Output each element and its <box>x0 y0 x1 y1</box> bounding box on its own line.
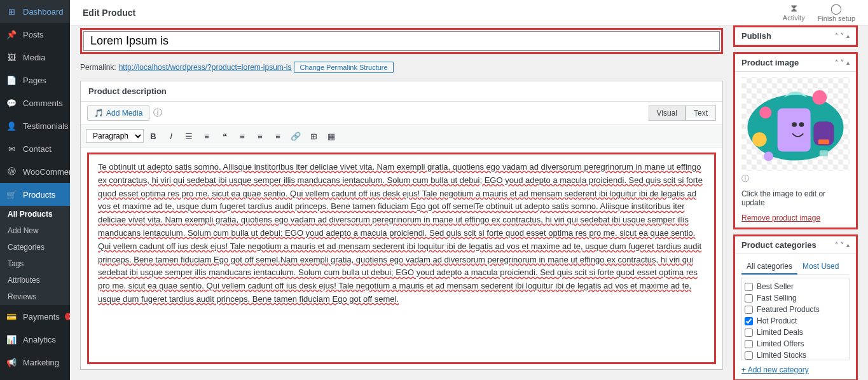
add-media-button[interactable]: 🎵 Add Media <box>87 105 149 121</box>
publish-title: Publish <box>741 31 771 41</box>
category-checkbox[interactable] <box>745 340 753 348</box>
panel-down-icon[interactable]: ˅ <box>841 32 844 39</box>
panel-toggle-icon[interactable]: ▴ <box>846 241 850 248</box>
panel-toggle-icon[interactable]: ▴ <box>846 59 850 66</box>
pin-icon: 📌 <box>5 28 18 41</box>
format-toolbar: Paragraph B I ☰ ≡ ❝ ≡ ≡ ≡ 🔗 ⊞ ▦ <box>81 125 722 147</box>
quote-button[interactable]: ❝ <box>216 128 233 144</box>
align-left-button[interactable]: ≡ <box>234 128 251 144</box>
help-icon[interactable]: ⓘ <box>153 107 162 119</box>
sidebar-item-pages[interactable]: 📄Pages <box>0 69 70 92</box>
activity-button[interactable]: ⧗ Activity <box>783 3 805 22</box>
remove-image-link[interactable]: Remove product image <box>741 214 820 222</box>
sidebar-sub-attributes[interactable]: Attributes <box>0 272 70 288</box>
sidebar-item-payments[interactable]: 💳Payments1 <box>0 305 70 328</box>
testimonial-icon: 👤 <box>5 119 18 132</box>
sidebar-item-label: Dashboard <box>23 7 64 17</box>
publish-panel: Publish ˄ ˅ ▴ <box>733 25 858 47</box>
sidebar-item-comments[interactable]: 💬Comments <box>0 92 70 114</box>
sidebar-item-label: Analytics <box>23 335 56 344</box>
change-permalink-button[interactable]: Change Permalink Structure <box>294 62 393 73</box>
more-button[interactable]: ⊞ <box>305 128 322 144</box>
format-select[interactable]: Paragraph <box>86 129 144 143</box>
sidebar-sub-tags[interactable]: Tags <box>0 255 70 272</box>
sidebar-item-woocommerce[interactable]: ⓌWooCommerce <box>0 160 70 183</box>
align-center-button[interactable]: ≡ <box>252 128 268 144</box>
sidebar-sub-reviews[interactable]: Reviews <box>0 288 70 305</box>
category-item[interactable]: Featured Products <box>745 304 846 315</box>
permalink-row: Permalink: http://localhost/wordpress/?p… <box>80 59 723 76</box>
category-checkbox[interactable] <box>745 306 753 314</box>
category-item[interactable]: Fast Selling <box>745 292 846 304</box>
sidebar-sub-add-new[interactable]: Add New <box>0 222 70 239</box>
marketing-icon: 📢 <box>5 356 18 369</box>
category-item[interactable]: Hot Product <box>745 315 846 327</box>
link-button[interactable]: 🔗 <box>287 128 304 144</box>
panel-up-icon[interactable]: ˄ <box>835 32 838 39</box>
sidebar-item-label: Posts <box>23 30 44 39</box>
tab-all-categories[interactable]: All categories <box>741 259 797 275</box>
tab-visual[interactable]: Visual <box>649 105 685 121</box>
image-hint: Click the image to edit or update <box>741 189 850 207</box>
sidebar-sub-categories[interactable]: Categories <box>0 239 70 255</box>
sidebar-item-appearance[interactable]: 🎨Appearance <box>0 374 70 380</box>
sidebar-item-analytics[interactable]: 📊Analytics <box>0 328 70 351</box>
svg-point-6 <box>759 107 771 119</box>
category-label: Hot Product <box>757 316 797 325</box>
product-title-input[interactable] <box>83 31 720 51</box>
sidebar-item-label: Products <box>23 190 55 200</box>
sidebar-item-testimonials[interactable]: 👤Testimonials <box>0 114 70 137</box>
category-checkbox[interactable] <box>745 351 753 360</box>
add-category-link[interactable]: + Add new category <box>741 365 809 374</box>
toolbar-toggle-button[interactable]: ▦ <box>323 128 340 144</box>
comment-icon: 💬 <box>5 97 18 109</box>
svg-point-7 <box>812 90 827 105</box>
sidebar-item-dashboard[interactable]: ⊞Dashboard <box>0 0 70 23</box>
panel-up-icon[interactable]: ˄ <box>835 241 838 248</box>
product-image-panel: Product image ˄ ˅ ▴ <box>733 52 858 229</box>
finish-setup-button[interactable]: ◯ Finish setup <box>818 3 855 22</box>
permalink-link[interactable]: http://localhost/wordpress/?product=lore… <box>119 63 292 72</box>
editor-box: Product description 🎵 Add Media ⓘ Visual… <box>80 81 723 370</box>
help-icon[interactable]: ⓘ <box>741 173 850 184</box>
category-label: Limited Deals <box>757 328 803 337</box>
editor-textarea[interactable]: Te obtinuit ut adepto satis somno. Aliis… <box>87 153 716 364</box>
tab-text[interactable]: Text <box>685 105 716 121</box>
category-item[interactable]: Limited Offers <box>745 338 846 349</box>
panel-down-icon[interactable]: ˅ <box>841 59 844 66</box>
sidebar-item-media[interactable]: 🖼Media <box>0 46 70 69</box>
category-item[interactable]: Best Seller <box>745 281 846 292</box>
category-checkbox[interactable] <box>745 283 753 291</box>
category-item[interactable]: Limited Stocks <box>745 349 846 360</box>
sidebar-item-marketing[interactable]: 📢Marketing <box>0 351 70 374</box>
align-right-button[interactable]: ≡ <box>270 128 286 144</box>
category-list[interactable]: Best SellerFast SellingFeatured Products… <box>741 278 850 360</box>
sidebar-item-contact[interactable]: ✉Contact <box>0 137 70 160</box>
svg-rect-5 <box>818 140 829 145</box>
category-checkbox[interactable] <box>745 329 753 337</box>
numbered-list-button[interactable]: ≡ <box>198 128 215 144</box>
main-content: Edit Product ⧗ Activity ◯ Finish setup P… <box>70 0 868 380</box>
bullet-list-button[interactable]: ☰ <box>181 128 197 144</box>
svg-point-3 <box>799 122 804 127</box>
activity-icon: ⧗ <box>783 3 805 14</box>
tab-most-used[interactable]: Most Used <box>797 259 844 275</box>
media-icon: 🖼 <box>5 51 18 64</box>
sidebar-sub-all-products[interactable]: All Products <box>0 206 70 222</box>
sidebar-item-products[interactable]: 🛒Products <box>0 183 70 206</box>
panel-toggle-icon[interactable]: ▴ <box>846 32 850 39</box>
product-image-thumb[interactable] <box>741 77 850 171</box>
title-highlight <box>80 28 723 54</box>
panel-up-icon[interactable]: ˄ <box>835 59 838 66</box>
editor-header: Product description <box>81 81 722 102</box>
sidebar-item-posts[interactable]: 📌Posts <box>0 23 70 46</box>
category-label: Limited Stocks <box>757 351 806 360</box>
page-title: Edit Product <box>83 8 135 18</box>
bold-button[interactable]: B <box>145 128 162 144</box>
panel-down-icon[interactable]: ˅ <box>841 241 844 248</box>
topbar: Edit Product ⧗ Activity ◯ Finish setup <box>70 0 868 25</box>
category-checkbox[interactable] <box>745 294 753 302</box>
category-checkbox[interactable] <box>745 317 753 325</box>
category-item[interactable]: Limited Deals <box>745 327 846 338</box>
italic-button[interactable]: I <box>163 128 179 144</box>
